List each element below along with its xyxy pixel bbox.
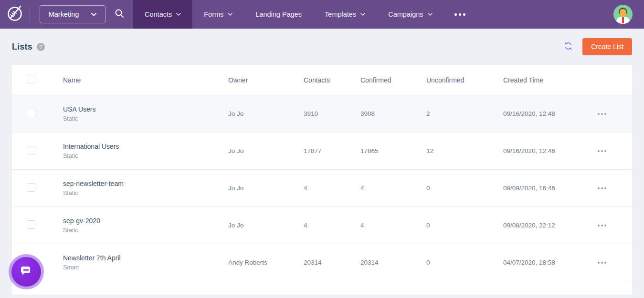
table-row: sep-newsletter-team Static Jo Jo 4 4 0 0… (12, 170, 632, 207)
owner-cell: Jo Jo (228, 185, 304, 192)
nav-label: Forms (204, 10, 223, 18)
nav-item-contacts[interactable]: Contacts (133, 0, 192, 29)
list-type-label: Smart (63, 264, 228, 271)
column-header-contacts[interactable]: Contacts (304, 76, 360, 84)
chevron-down-icon (360, 13, 365, 16)
help-icon[interactable]: ? (37, 43, 45, 51)
unconfirmed-cell: 0 (426, 222, 503, 229)
contacts-cell: 17877 (304, 147, 360, 154)
row-actions-menu[interactable] (598, 262, 632, 264)
owner-cell: Jo Jo (228, 222, 304, 229)
list-type-label: Static (63, 190, 228, 196)
created-time-cell: 09/09/2020, 16:46 (503, 185, 598, 192)
table-body: USA Users Static Jo Jo 3910 3908 2 09/16… (12, 95, 632, 281)
nav-label: Templates (325, 10, 356, 18)
nav-item-templates[interactable]: Templates (313, 0, 377, 29)
list-type-label: Static (63, 153, 228, 159)
confirmed-cell: 20314 (360, 259, 426, 266)
created-time-cell: 04/07/2020, 18:58 (503, 259, 598, 266)
list-name-link[interactable]: sep-gv-2020 (63, 217, 228, 225)
contacts-cell: 4 (304, 222, 360, 229)
list-name-link[interactable]: USA Users (63, 105, 228, 113)
owner-cell: Andy Roberts (228, 259, 304, 266)
chat-bubble-icon (19, 264, 33, 280)
brand-logo-icon (5, 3, 25, 25)
row-checkbox[interactable] (27, 183, 35, 192)
lists-table-card: Name Owner Contacts Confirmed Unconfirme… (12, 65, 632, 295)
nav-item-landing-pages[interactable]: Landing Pages (244, 0, 313, 29)
nav-more-button[interactable] (444, 0, 476, 29)
nav-item-forms[interactable]: Forms (192, 0, 244, 29)
user-avatar[interactable] (613, 5, 633, 24)
chat-launcher-button[interactable] (9, 254, 44, 289)
list-type-label: Static (63, 227, 228, 234)
created-time-cell: 09/16/2020, 12:48 (503, 110, 598, 117)
list-name-link[interactable]: sep-newsletter-team (63, 180, 228, 187)
table-row: Newsletter 7th April Smart Andy Roberts … (12, 244, 632, 281)
chevron-down-icon (176, 13, 181, 16)
row-actions-menu[interactable] (598, 225, 632, 226)
unconfirmed-cell: 0 (426, 259, 503, 266)
table-row: International Users Static Jo Jo 17877 1… (12, 133, 632, 170)
app-logo[interactable] (0, 0, 30, 29)
page-header: Lists ? Create List (0, 29, 644, 65)
table-header-row: Name Owner Contacts Confirmed Unconfirme… (12, 65, 632, 95)
nav-label: Campaigns (388, 10, 423, 18)
contacts-cell: 3910 (304, 110, 360, 117)
nav-item-campaigns[interactable]: Campaigns (377, 0, 443, 29)
row-checkbox[interactable] (27, 220, 35, 229)
chevron-down-icon (91, 13, 96, 16)
row-checkbox[interactable] (27, 109, 35, 117)
refresh-icon (564, 41, 573, 52)
app-switcher-label: Marketing (49, 10, 79, 18)
nav-label: Contacts (145, 10, 172, 18)
row-actions-menu[interactable] (598, 113, 632, 115)
more-icon (454, 13, 465, 16)
refresh-button[interactable] (564, 41, 573, 52)
column-header-created-time[interactable]: Created Time (503, 76, 598, 84)
create-list-button[interactable]: Create List (582, 38, 632, 55)
row-actions-menu[interactable] (598, 187, 632, 189)
list-name-link[interactable]: Newsletter 7th April (63, 254, 228, 262)
column-header-name[interactable]: Name (63, 76, 228, 84)
top-navbar: Marketing Contacts Forms Landing Pages (0, 0, 644, 29)
chevron-down-icon (228, 13, 232, 16)
search-button[interactable] (106, 0, 133, 29)
page-title: Lists (12, 42, 32, 52)
confirmed-cell: 17865 (360, 147, 426, 154)
unconfirmed-cell: 0 (426, 185, 503, 192)
chevron-down-icon (428, 13, 433, 16)
column-header-owner[interactable]: Owner (228, 76, 304, 84)
row-checkbox[interactable] (27, 146, 35, 154)
owner-cell: Jo Jo (228, 110, 304, 117)
table-row: USA Users Static Jo Jo 3910 3908 2 09/16… (12, 95, 632, 133)
confirmed-cell: 3908 (360, 110, 426, 117)
column-header-unconfirmed[interactable]: Unconfirmed (426, 76, 503, 84)
navbar-divider (30, 6, 30, 22)
column-header-confirmed[interactable]: Confirmed (360, 76, 426, 84)
select-all-checkbox[interactable] (27, 75, 35, 83)
unconfirmed-cell: 2 (426, 110, 503, 117)
title-actions: Create List (564, 38, 632, 55)
table-row: sep-gv-2020 Static Jo Jo 4 4 0 09/08/202… (12, 207, 632, 244)
confirmed-cell: 4 (360, 222, 426, 229)
confirmed-cell: 4 (360, 185, 426, 192)
unconfirmed-cell: 12 (426, 147, 503, 154)
nav-label: Landing Pages (255, 10, 302, 18)
search-icon (115, 9, 124, 20)
created-time-cell: 09/16/2020, 12:46 (503, 147, 598, 154)
main-nav: Contacts Forms Landing Pages Templates C… (133, 0, 476, 29)
row-actions-menu[interactable] (598, 150, 632, 152)
owner-cell: Jo Jo (228, 147, 304, 154)
app-switcher-dropdown[interactable]: Marketing (40, 5, 106, 23)
contacts-cell: 20314 (304, 259, 360, 266)
created-time-cell: 09/08/2020, 22:12 (503, 222, 598, 229)
list-name-link[interactable]: International Users (63, 143, 228, 150)
list-type-label: Static (63, 115, 228, 122)
contacts-cell: 4 (304, 185, 360, 192)
